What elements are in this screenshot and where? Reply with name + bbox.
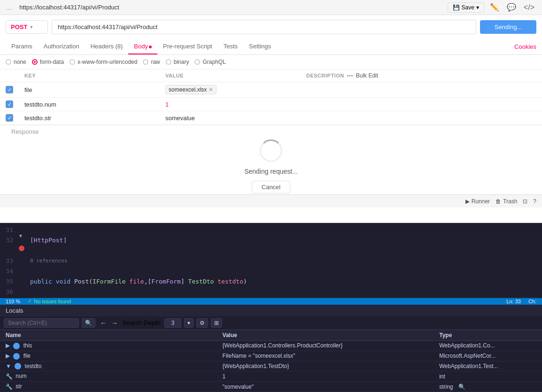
row-2-desc xyxy=(301,111,542,125)
tab-headers[interactable]: Headers (8) xyxy=(85,39,129,54)
tab-params[interactable]: Params xyxy=(6,39,38,54)
trash-icon: 🗑 xyxy=(496,198,501,205)
code-icon-button[interactable]: </> xyxy=(522,1,536,14)
option-none[interactable]: none xyxy=(6,59,26,65)
tab-body[interactable]: Body xyxy=(128,39,157,54)
help-button[interactable]: ? xyxy=(533,198,536,205)
col-name: Name xyxy=(0,330,217,341)
save-icon: 💾 xyxy=(453,4,460,11)
tab-body-label: Body xyxy=(134,43,148,50)
trash-button[interactable]: 🗑 Trash xyxy=(496,198,517,205)
local-name-num-label: num xyxy=(15,373,26,379)
radio-none-icon xyxy=(6,59,11,65)
option-raw-label: raw xyxy=(151,59,160,65)
radio-graphql-icon xyxy=(194,59,200,65)
dots-icon: ... xyxy=(6,3,12,12)
file-name: someexcel.xlsx xyxy=(169,86,207,93)
filter-button[interactable]: ⚙ xyxy=(196,318,208,328)
expand-icon: ⊡ xyxy=(523,198,527,205)
option-graphql[interactable]: GraphQL xyxy=(194,59,225,65)
sending-text: Sending request... xyxy=(244,168,298,175)
row-2-key: testdto.str xyxy=(19,111,160,125)
search-depth-label: Search Depth: xyxy=(123,319,162,326)
request-tabs: Params Authorization Headers (8) Body Pr… xyxy=(0,39,542,55)
send-button[interactable]: Sending... xyxy=(480,20,536,34)
locals-nav-back-button[interactable]: ← xyxy=(98,319,108,327)
row-0-value: someexcel.xlsx ✕ xyxy=(160,82,301,98)
body-options: none form-data x-www-form-urlencoded raw… xyxy=(0,55,542,69)
table-header-actions: DESCRIPTION ••• Bulk Edit xyxy=(306,72,536,79)
expand-button[interactable]: ⊡ xyxy=(523,198,527,205)
object-icon xyxy=(13,353,20,360)
object-icon xyxy=(15,363,21,369)
runner-button[interactable]: ▶ Runner xyxy=(465,198,490,205)
local-type-num: int xyxy=(434,371,542,382)
edit-icon-button[interactable]: ✏️ xyxy=(488,1,501,14)
row-2-checkbox[interactable] xyxy=(6,114,13,122)
method-select[interactable]: POST ▾ xyxy=(6,20,48,34)
collapse-icon[interactable]: ▼ xyxy=(18,233,23,238)
comment-icon-button[interactable]: 💬 xyxy=(505,1,518,14)
grid-view-button[interactable]: ⊞ xyxy=(211,318,222,328)
local-value-str: "somevalue" xyxy=(217,382,434,392)
local-type-testdto: WebApplication1.Test... xyxy=(434,361,542,371)
tab-prerequest[interactable]: Pre-request Script xyxy=(157,39,218,54)
save-label: Save xyxy=(462,4,474,11)
option-raw[interactable]: raw xyxy=(143,59,160,65)
local-name-this: ▶ this xyxy=(0,340,217,351)
magnify-icon[interactable]: 🔍 xyxy=(458,384,465,390)
help-icon: ? xyxy=(533,198,536,205)
url-input[interactable] xyxy=(52,20,476,34)
row-1-checkbox[interactable] xyxy=(6,100,13,108)
depth-dropdown-button[interactable]: ▾ xyxy=(184,318,194,328)
local-name-file-label: file xyxy=(23,353,31,359)
postman-panel: ... https://localhost:44317/api/vi/Produ… xyxy=(0,0,542,223)
row-0-checkbox[interactable] xyxy=(6,86,13,93)
list-item: ▶ file FileName = "someexcel.xlsx" Micro… xyxy=(0,351,542,361)
list-item: ▶ this {WebApplication1.Controllers.Prod… xyxy=(0,340,542,351)
option-urlencoded[interactable]: x-www-form-urlencoded xyxy=(70,59,137,65)
row-0-desc xyxy=(301,82,542,98)
runner-label: Runner xyxy=(472,198,490,205)
bulk-edit-button[interactable]: Bulk Edit xyxy=(356,72,378,79)
list-item: 🔧 num 1 int xyxy=(0,371,542,382)
cancel-button[interactable]: Cancel xyxy=(252,181,290,193)
tab-settings[interactable]: Settings xyxy=(243,39,277,54)
local-name-file: ▶ file xyxy=(0,351,217,361)
option-none-label: none xyxy=(14,59,26,65)
table-row: file someexcel.xlsx ✕ xyxy=(0,82,542,98)
runner-icon: ▶ xyxy=(465,198,470,205)
option-urlencoded-label: x-www-form-urlencoded xyxy=(77,59,137,65)
value-header: VALUE xyxy=(165,73,184,78)
locals-nav-forward-button[interactable]: → xyxy=(109,319,120,327)
row-1-value: 1 xyxy=(160,98,301,111)
expand-icon[interactable]: ▶ xyxy=(6,342,10,349)
code-area[interactable]: [HttpPost] 0 references public void Post… xyxy=(26,223,542,298)
cookies-link[interactable]: Cookies xyxy=(514,43,536,50)
more-icon[interactable]: ••• xyxy=(347,73,353,78)
row-1-desc xyxy=(301,98,542,111)
file-remove-icon[interactable]: ✕ xyxy=(209,86,213,93)
locals-table: Name Value Type ▶ this {WebApplication1.… xyxy=(0,330,542,392)
zoom-level: 110 % xyxy=(6,299,20,304)
expand-icon[interactable]: ▼ xyxy=(6,363,11,369)
local-value-testdto: {WebApplication1.TestDto} xyxy=(217,361,434,371)
save-button[interactable]: 💾 Save ▾ xyxy=(448,2,484,13)
locals-search-input[interactable] xyxy=(4,318,79,328)
locals-search-button[interactable]: 🔍 xyxy=(82,318,95,328)
row-0-key: file xyxy=(19,82,160,98)
tab-tests[interactable]: Tests xyxy=(218,39,243,54)
option-binary[interactable]: binary xyxy=(166,59,189,65)
status-bar: 110 % ✓ No issues found Ln: 33 Ch: xyxy=(0,298,542,305)
tab-authorization[interactable]: Authorization xyxy=(38,39,85,54)
option-form-data[interactable]: form-data xyxy=(32,59,64,65)
body-dot-indicator xyxy=(149,46,152,48)
key-header: KEY xyxy=(24,73,36,78)
option-form-data-label: form-data xyxy=(40,59,64,65)
tabs-right: Cookies xyxy=(514,43,536,50)
search-depth-input[interactable] xyxy=(164,318,181,328)
check-icon: ✓ xyxy=(28,298,32,304)
row-1-key: testdto.num xyxy=(19,98,160,111)
expand-icon[interactable]: ▶ xyxy=(6,353,10,359)
list-item: 🔧 str "somevalue" string 🔍 xyxy=(0,382,542,392)
